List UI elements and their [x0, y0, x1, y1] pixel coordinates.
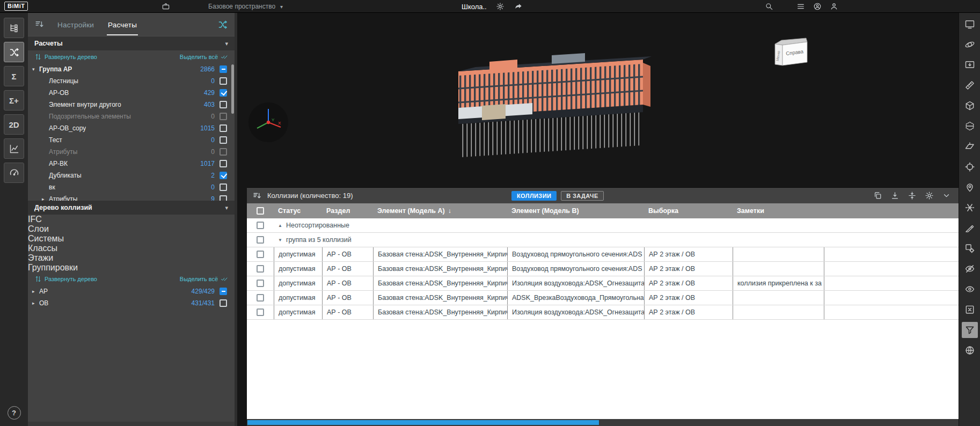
tab-расчеты[interactable]: Расчеты	[107, 14, 138, 35]
tree-item-checkbox[interactable]	[220, 101, 227, 108]
column-header-3[interactable]: Элемент (Модель A)↓	[373, 203, 507, 218]
web-tool[interactable]	[962, 342, 978, 358]
model-settings-tool[interactable]	[962, 240, 978, 256]
clash-shuffle-icon[interactable]	[217, 19, 228, 30]
totals-tool[interactable]: Σ	[4, 66, 24, 86]
tree-item-checkbox[interactable]	[220, 89, 227, 97]
workspace-selector[interactable]: Базовое пространство ▾	[208, 0, 283, 13]
section-box-tool[interactable]	[962, 118, 978, 134]
group-collapse-icon[interactable]: ▲	[278, 223, 282, 228]
calc-section-header[interactable]: Расчеты ▾	[28, 36, 235, 50]
collapse-rows-icon[interactable]	[908, 191, 917, 200]
zoom-window-tool[interactable]	[962, 57, 978, 73]
tree-item[interactable]: ▸ ОВ 431/431	[28, 297, 235, 309]
expand-tree-link[interactable]: Развернуть дерево	[34, 53, 97, 61]
collision-tree-section-header[interactable]: Дерево коллизий ▾	[28, 201, 235, 215]
column-header-1[interactable]: Статус	[274, 203, 322, 218]
collision-row[interactable]: допустимая АР - ОВ Базовая стена:ADSK_Вн…	[247, 291, 959, 305]
axonometry-tool[interactable]	[962, 98, 978, 114]
sort-list-icon[interactable]	[252, 191, 262, 201]
mode-button[interactable]: КОЛЛИЗИИ	[511, 191, 557, 201]
app-logo[interactable]: BiMiT	[4, 2, 28, 11]
tab-группировки[interactable]: Группировки	[28, 263, 235, 273]
gear-icon[interactable]	[495, 2, 505, 11]
expand-tree-link[interactable]: Развернуть дерево	[34, 275, 97, 283]
focus-tool[interactable]	[962, 159, 978, 175]
section-cut-tool[interactable]	[962, 200, 978, 216]
tree-item[interactable]: АР-ОВ 429	[28, 87, 235, 99]
tree-item-checkbox[interactable]	[220, 124, 227, 132]
2d-view-tool[interactable]: 2D	[4, 114, 24, 135]
fit-view-tool[interactable]	[962, 16, 978, 32]
tree-expand-icon[interactable]: ▸	[32, 289, 39, 294]
show-tool[interactable]	[962, 281, 978, 297]
tab-слои[interactable]: Слои	[28, 224, 235, 234]
row-checkbox[interactable]	[257, 309, 264, 316]
user-profile-icon[interactable]	[829, 2, 839, 11]
tab-этажи[interactable]: Этажи	[28, 253, 235, 263]
pin-tool[interactable]	[962, 179, 978, 195]
scrollbar-thumb[interactable]	[247, 420, 599, 425]
collision-row[interactable]: допустимая АР - ОВ Базовая стена:ADSK_Вн…	[247, 276, 959, 291]
measure-tool[interactable]	[962, 77, 978, 93]
tree-item-checkbox[interactable]	[220, 65, 227, 73]
tree-item[interactable]: ▸ Атрибуты 9	[28, 193, 235, 201]
gear-icon[interactable]	[925, 191, 934, 200]
tree-item-checkbox[interactable]	[220, 113, 227, 120]
tree-item[interactable]: Тест 0	[28, 134, 235, 146]
column-header-2[interactable]: Раздел	[322, 203, 373, 218]
tree-item[interactable]: АР-ВК 1017	[28, 158, 235, 170]
dashboard-tool[interactable]	[4, 163, 24, 183]
tab-системы[interactable]: Системы	[28, 234, 235, 244]
tree-item-checkbox[interactable]	[220, 136, 227, 144]
search-icon[interactable]	[764, 2, 774, 11]
collision-row[interactable]: допустимая АР - ОВ Базовая стена:ADSK_Вн…	[247, 262, 959, 276]
tree-item[interactable]: ▾ Группа АР 2866	[28, 63, 235, 75]
tree-item-checkbox[interactable]	[220, 288, 227, 295]
tree-scrollbar-thumb[interactable]	[231, 64, 234, 114]
tree-item-checkbox[interactable]	[220, 195, 227, 201]
tree-item-checkbox[interactable]	[220, 160, 227, 167]
tree-item[interactable]: Лестницы 0	[28, 75, 235, 87]
sort-list-icon[interactable]	[34, 19, 45, 30]
group-collapse-icon[interactable]: ▼	[278, 238, 282, 243]
row-checkbox[interactable]	[257, 265, 264, 273]
mode-button[interactable]: В ЗАДАЧЕ	[561, 191, 603, 201]
hide-tool[interactable]	[962, 261, 978, 277]
filter-tool[interactable]	[962, 322, 978, 338]
collision-group-row[interactable]: ▲ Неотсортированные	[247, 218, 959, 233]
select-all-link[interactable]: Выделить всё	[180, 53, 228, 61]
chart-tool[interactable]	[4, 138, 24, 159]
row-checkbox[interactable]	[257, 251, 264, 258]
clash-detection-tool[interactable]	[4, 42, 24, 62]
row-checkbox[interactable]	[257, 294, 264, 302]
share-icon[interactable]	[514, 2, 523, 11]
panel-scrollbar-track[interactable]	[28, 422, 235, 426]
tree-item-checkbox[interactable]	[220, 299, 227, 307]
collision-row[interactable]: допустимая АР - ОВ Базовая стена:ADSK_Вн…	[247, 247, 959, 262]
tree-item[interactable]: Элемент внутри другого 403	[28, 99, 235, 111]
tree-item[interactable]: Дубликаты 2	[28, 170, 235, 181]
tree-item[interactable]: АР-ОВ_copy 1015	[28, 122, 235, 134]
axis-gizmo[interactable]: X Y	[248, 102, 289, 143]
tree-item[interactable]: ▸ АР 429/429	[28, 285, 235, 297]
user-activity-icon[interactable]	[813, 2, 822, 11]
sort-desc-icon[interactable]: ↓	[448, 207, 451, 215]
copy-icon[interactable]	[873, 191, 882, 200]
tree-item[interactable]: Подозрительные элементы 0	[28, 111, 235, 122]
clear-selection-tool[interactable]	[962, 302, 978, 318]
section-plane-tool[interactable]	[962, 138, 978, 155]
help-button[interactable]: ?	[8, 406, 21, 420]
select-all-link[interactable]: Выделить всё	[180, 275, 228, 283]
column-header-6[interactable]: Заметки	[733, 203, 824, 218]
tree-item-checkbox[interactable]	[220, 148, 227, 156]
column-header-4[interactable]: Элемент (Модель B)	[507, 203, 644, 218]
column-header-5[interactable]: Выборка	[644, 203, 733, 218]
tree-item[interactable]: вк 0	[28, 181, 235, 193]
tree-expand-icon[interactable]: ▸	[42, 196, 49, 201]
collision-group-row[interactable]: ▼ группа из 5 коллизий	[247, 233, 959, 247]
tree-item-checkbox[interactable]	[220, 77, 227, 85]
totals-add-tool[interactable]: Σ+	[4, 90, 24, 111]
cut-tool[interactable]	[962, 220, 978, 236]
download-icon[interactable]	[890, 191, 899, 200]
